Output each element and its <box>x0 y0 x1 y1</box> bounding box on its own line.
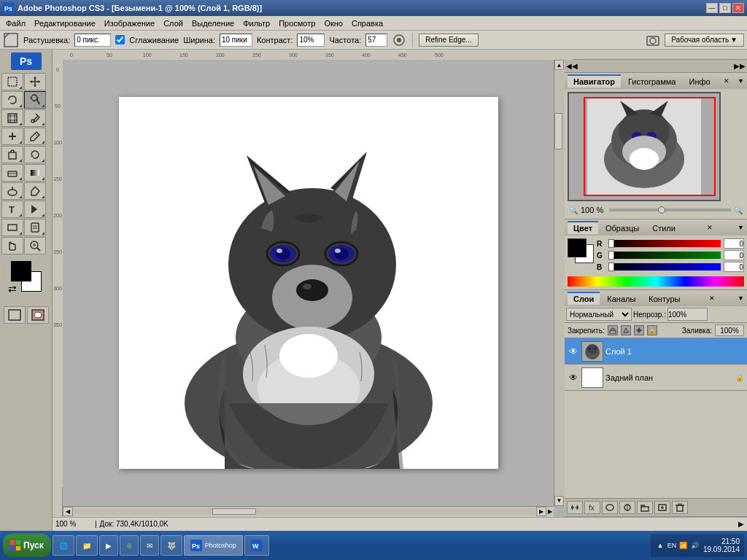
contrast-input[interactable] <box>297 34 325 47</box>
status-arrow[interactable]: ▶ <box>738 520 744 528</box>
tab-paths[interactable]: Контуры <box>643 292 686 305</box>
scroll-track-h[interactable] <box>74 508 535 515</box>
green-channel-bar[interactable] <box>608 252 721 259</box>
red-channel-thumb[interactable] <box>608 239 614 248</box>
lock-transparent-button[interactable] <box>608 325 618 335</box>
tray-lang[interactable]: EN <box>667 540 677 551</box>
text-tool[interactable]: T <box>1 201 23 218</box>
scroll-left-button[interactable]: ◀ <box>63 507 73 516</box>
new-layer-button[interactable] <box>654 501 670 514</box>
blue-channel-thumb[interactable] <box>608 262 614 271</box>
add-style-button[interactable]: fx <box>584 501 600 514</box>
taskbar-media[interactable]: ▶ <box>99 535 118 556</box>
red-value-input[interactable] <box>724 238 744 249</box>
taskbar-photoshop[interactable]: Ps Photoshop <box>184 535 243 556</box>
menu-filter[interactable]: Фильтр <box>239 18 274 29</box>
menu-window[interactable]: Окно <box>320 18 347 29</box>
panels-collapse-left[interactable]: ◀◀ <box>566 62 578 70</box>
tab-navigator[interactable]: Навигатор <box>568 74 621 88</box>
history-tool[interactable] <box>24 146 46 163</box>
menu-select[interactable]: Выделение <box>187 18 239 29</box>
minimize-button[interactable]: — <box>706 3 718 13</box>
pen-tool[interactable] <box>24 182 46 200</box>
blue-channel-bar[interactable] <box>608 263 721 271</box>
start-button[interactable]: Пуск <box>3 534 51 557</box>
link-layers-button[interactable] <box>567 501 583 514</box>
tab-layers[interactable]: Слои <box>568 292 600 305</box>
color-panel-options[interactable]: ▼ <box>738 224 744 231</box>
add-mask-button[interactable] <box>602 501 618 514</box>
delete-layer-button[interactable] <box>672 501 688 514</box>
add-adjustment-button[interactable] <box>619 501 635 514</box>
opacity-input[interactable] <box>667 308 708 321</box>
red-channel-bar[interactable] <box>608 240 721 247</box>
tray-network-icon[interactable]: 📶 <box>678 540 689 551</box>
brush-tool[interactable] <box>24 128 46 145</box>
fg-color-swatch[interactable] <box>568 238 587 257</box>
workarea-button[interactable]: Рабочая область ▼ <box>665 34 744 47</box>
layers-panel-close[interactable]: ✕ <box>708 294 716 303</box>
layer-visibility-1[interactable]: 👁 <box>568 346 579 357</box>
panels-expand-right[interactable]: ▶▶ <box>734 62 746 70</box>
zoom-tool[interactable] <box>24 237 46 254</box>
stamp-tool[interactable] <box>1 146 23 163</box>
magic-wand-tool[interactable] <box>24 91 46 109</box>
new-group-button[interactable] <box>637 501 653 514</box>
crop-tool[interactable] <box>1 109 23 127</box>
canvas-document[interactable] <box>119 97 498 469</box>
tab-info[interactable]: Инфо <box>683 75 716 88</box>
fill-input[interactable] <box>715 324 744 336</box>
tray-up-arrow[interactable]: ▲ <box>655 540 665 551</box>
green-channel-thumb[interactable] <box>608 251 614 260</box>
width-input[interactable] <box>220 34 252 47</box>
layer-mode-select[interactable]: Нормальный <box>566 308 632 321</box>
layer-row-background[interactable]: 👁 Задний план 🔒 <box>565 365 747 391</box>
scroll-up-button[interactable]: ▲ <box>554 60 564 70</box>
canvas-area[interactable]: ◀ ▶ ▶ ▲ ▼ <box>63 60 565 517</box>
taskbar-chrome[interactable]: ⊕ <box>120 535 139 556</box>
layer-row-1[interactable]: 👁 <box>565 338 747 365</box>
dodge-tool[interactable] <box>1 182 23 200</box>
refine-edge-button[interactable]: Refine Edge... <box>419 34 478 47</box>
lock-position-button[interactable] <box>634 325 644 335</box>
taskbar-photo[interactable]: 🐺 <box>160 535 182 556</box>
navigator-panel-options[interactable]: ▼ <box>738 77 744 85</box>
blue-value-input[interactable] <box>724 262 744 272</box>
tab-swatches[interactable]: Образцы <box>600 222 645 234</box>
foreground-color-swatch[interactable] <box>11 261 31 281</box>
lasso-tool[interactable] <box>1 91 23 109</box>
maximize-button[interactable]: □ <box>719 3 731 13</box>
taskbar-word[interactable]: W <box>244 535 269 556</box>
lock-all-button[interactable]: 🔒 <box>647 325 657 335</box>
heal-tool[interactable] <box>1 128 23 145</box>
lock-pixels-button[interactable] <box>621 325 631 335</box>
tab-channels[interactable]: Каналы <box>601 292 641 305</box>
tab-color[interactable]: Цвет <box>568 221 598 234</box>
green-value-input[interactable] <box>724 250 744 260</box>
scroll-arrow-indicator[interactable]: ▶ <box>546 508 554 515</box>
layer-visibility-bg[interactable]: 👁 <box>568 372 579 384</box>
menu-edit[interactable]: Редактирование <box>30 18 100 29</box>
zoom-slider[interactable] <box>609 209 731 211</box>
navigator-panel-close[interactable]: ✕ <box>722 77 731 85</box>
menu-help[interactable]: Справка <box>347 18 387 29</box>
swap-colors-icon[interactable]: ⇄ <box>8 283 17 295</box>
marquee-tool[interactable] <box>1 73 23 90</box>
scroll-thumb-v[interactable] <box>554 113 562 149</box>
zoom-thumb[interactable] <box>658 206 665 214</box>
scroll-right-button[interactable]: ▶ <box>536 507 546 516</box>
color-panel-close[interactable]: ✕ <box>705 223 714 232</box>
feather-input[interactable] <box>74 34 111 47</box>
smooth-checkbox[interactable] <box>115 35 125 44</box>
tab-histogram[interactable]: Гистограмма <box>622 75 682 88</box>
zoom-out-icon[interactable]: 🔍 <box>569 206 578 214</box>
horizontal-scrollbar[interactable]: ◀ ▶ ▶ <box>63 506 554 517</box>
rectangle-tool[interactable] <box>1 219 23 236</box>
layers-panel-options[interactable]: ▼ <box>738 295 744 302</box>
note-tool[interactable] <box>24 219 46 236</box>
taskbar-mail[interactable]: ✉ <box>140 535 159 556</box>
move-tool[interactable] <box>24 73 46 90</box>
tray-volume-icon[interactable]: 🔊 <box>690 540 700 551</box>
eraser-tool[interactable] <box>1 164 23 182</box>
standard-mode-button[interactable] <box>4 306 26 324</box>
